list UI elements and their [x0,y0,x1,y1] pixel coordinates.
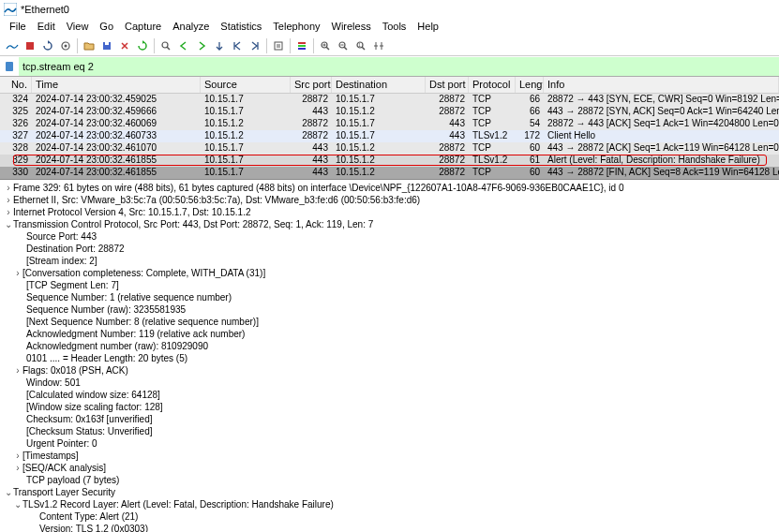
tcp-ckstat[interactable]: [Checksum Status: Unverified] [0,425,779,437]
frame-summary[interactable]: ›Frame 329: 61 bytes on wire (488 bits),… [0,182,779,194]
menu-statistics[interactable]: Statistics [215,19,267,36]
svg-rect-11 [298,42,306,44]
tcp-nextseq[interactable]: [Next Sequence Number: 8 (relative seque… [0,316,779,328]
find-icon[interactable] [157,37,174,54]
tcp-calcwin[interactable]: [Calculated window size: 64128] [0,389,779,401]
tcp-ackrel[interactable]: Acknowledgment Number: 119 (relative ack… [0,328,779,340]
tls-record[interactable]: ⌄TLSv1.2 Record Layer: Alert (Level: Fat… [0,498,779,510]
col-header-proto[interactable]: Protocol [469,77,516,93]
col-header-len[interactable]: Length [516,77,544,93]
packet-details-pane[interactable]: ›Frame 329: 61 bytes on wire (488 bits),… [0,180,779,532]
menu-telephony[interactable]: Telephony [267,19,325,36]
tcp-cksum[interactable]: Checksum: 0x163f [unverified] [0,413,779,425]
window-title: *Ethernet0 [21,4,69,15]
filter-bar [0,56,779,77]
tls-ver[interactable]: Version: TLS 1.2 (0x0303) [0,523,779,532]
svg-text:1: 1 [358,42,361,48]
go-to-packet-icon[interactable] [211,37,228,54]
title-bar: *Ethernet0 [0,0,779,19]
menu-capture[interactable]: Capture [119,19,167,36]
options-icon[interactable] [57,37,74,54]
display-filter-input[interactable] [19,57,779,76]
packet-row[interactable]: 3292024-07-14 23:00:32.46185510.15.1.744… [0,155,779,167]
start-capture-icon[interactable] [4,37,21,54]
expand-icon[interactable]: › [4,182,13,194]
auto-scroll-icon[interactable] [270,37,287,54]
toolbar: 1 [0,36,779,56]
open-file-icon[interactable] [81,37,97,54]
menu-view[interactable]: View [61,19,95,36]
tcp-seqraw[interactable]: Sequence Number (raw): 3235581935 [0,303,779,316]
expand-icon[interactable]: › [4,206,13,218]
menu-tools[interactable]: Tools [377,19,412,36]
save-file-icon[interactable] [98,37,115,54]
tcp-winscale[interactable]: [Window size scaling factor: 128] [0,401,779,413]
tcp-payload[interactable]: TCP payload (7 bytes) [0,474,779,486]
expand-icon[interactable]: › [13,450,22,462]
col-header-no[interactable]: No. [0,77,32,93]
col-header-info[interactable]: Info [544,77,779,93]
col-header-dst[interactable]: Destination [332,77,426,93]
filter-bookmark-icon[interactable] [0,60,19,73]
tcp-hdrlen[interactable]: 0101 .... = Header Length: 20 bytes (5) [0,352,779,364]
menu-analyze[interactable]: Analyze [167,19,215,36]
expand-icon[interactable]: › [13,462,22,474]
tcp-seqack[interactable]: ›[SEQ/ACK analysis] [0,462,779,474]
resize-columns-icon[interactable] [370,37,387,54]
zoom-reset-icon[interactable]: 1 [352,37,369,54]
packet-row[interactable]: 3242024-07-14 23:00:32.45902510.15.1.728… [0,94,779,106]
tcp-summary[interactable]: ⌄Transmission Control Protocol, Src Port… [0,218,779,230]
restart-capture-icon[interactable] [39,37,56,54]
tcp-ackraw[interactable]: Acknowledgment number (raw): 810929090 [0,340,779,352]
collapse-icon[interactable]: ⌄ [4,218,13,230]
reload-icon[interactable] [134,37,151,54]
expand-icon[interactable]: › [13,364,22,377]
tls-ctype[interactable]: Content Type: Alert (21) [0,510,779,523]
tcp-urgent[interactable]: Urgent Pointer: 0 [0,437,779,450]
tcp-win[interactable]: Window: 501 [0,377,779,389]
packet-row[interactable]: 3282024-07-14 23:00:32.46107010.15.1.744… [0,142,779,155]
tls-summary[interactable]: ⌄Transport Layer Security [0,486,779,498]
go-back-icon[interactable] [175,37,192,54]
expand-icon[interactable]: › [13,267,22,279]
packet-row[interactable]: 3272024-07-14 23:00:32.46073310.15.1.228… [0,130,779,142]
packet-rows: 3242024-07-14 23:00:32.45902510.15.1.728… [0,94,779,179]
ethernet-summary[interactable]: ›Ethernet II, Src: VMware_b3:5c:7a (00:5… [0,194,779,206]
collapse-icon[interactable]: ⌄ [13,498,22,510]
packet-row[interactable]: 3302024-07-14 23:00:32.46185510.15.1.744… [0,167,779,179]
tcp-dstport[interactable]: Destination Port: 28872 [0,243,779,255]
go-forward-icon[interactable] [193,37,210,54]
menu-edit[interactable]: Edit [32,19,61,36]
svg-line-7 [167,47,170,50]
tcp-seqrel[interactable]: Sequence Number: 1 (relative sequence nu… [0,291,779,303]
close-file-icon[interactable] [116,37,133,54]
col-header-dstport[interactable]: Dst port [426,77,469,93]
tcp-srcport[interactable]: Source Port: 443 [0,230,779,243]
wireshark-icon [4,3,17,16]
zoom-in-icon[interactable] [317,37,334,54]
menu-help[interactable]: Help [412,19,444,36]
packet-row[interactable]: 3262024-07-14 23:00:32.46006910.15.1.228… [0,118,779,130]
ip-summary[interactable]: ›Internet Protocol Version 4, Src: 10.15… [0,206,779,218]
svg-point-3 [65,44,67,47]
tcp-conv[interactable]: ›[Conversation completeness: Complete, W… [0,267,779,279]
col-header-time[interactable]: Time [32,77,201,93]
colorize-icon[interactable] [293,37,310,54]
tcp-timestamps[interactable]: ›[Timestamps] [0,450,779,462]
zoom-out-icon[interactable] [335,37,352,54]
col-header-srcport[interactable]: Src port [291,77,332,93]
menu-go[interactable]: Go [94,19,119,36]
menu-file[interactable]: File [4,19,32,36]
tcp-seglen[interactable]: [TCP Segment Len: 7] [0,279,779,291]
col-header-src[interactable]: Source [201,77,291,93]
expand-icon[interactable]: › [4,194,13,206]
menu-wireless[interactable]: Wireless [326,19,377,36]
go-first-icon[interactable] [229,37,246,54]
go-last-icon[interactable] [247,37,263,54]
svg-rect-8 [275,42,282,50]
tcp-flags[interactable]: ›Flags: 0x018 (PSH, ACK) [0,364,779,377]
tcp-stream[interactable]: [Stream index: 2] [0,255,779,267]
stop-capture-icon[interactable] [22,37,38,54]
collapse-icon[interactable]: ⌄ [4,486,13,498]
packet-row[interactable]: 3252024-07-14 23:00:32.45966610.15.1.744… [0,106,779,118]
